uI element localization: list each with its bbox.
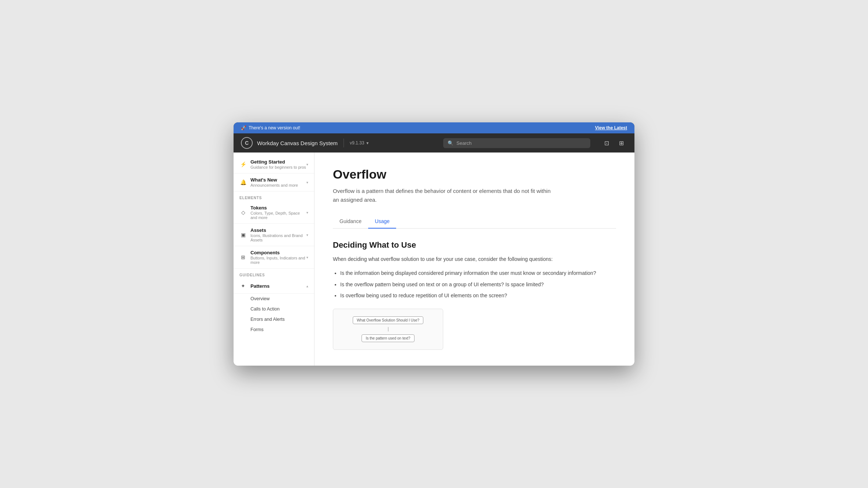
monitor-wrapper: 🚀 There's a new version out! View the La… xyxy=(234,122,634,366)
top-nav: C Workday Canvas Design System v9.1.33 ▼… xyxy=(234,133,634,152)
chevron-down-icon: ▾ xyxy=(306,162,308,166)
whats-new-subtitle: Announcements and more xyxy=(250,183,306,187)
tokens-text: Tokens Colors, Type, Depth, Space and mo… xyxy=(250,205,306,220)
logo-area: C Workday Canvas Design System xyxy=(241,137,338,149)
whats-new-icon: 🔔 xyxy=(239,179,247,186)
chevron-up-icon: ▴ xyxy=(306,284,308,288)
sidebar-item-patterns[interactable]: ✦ Patterns ▴ xyxy=(234,279,314,294)
getting-started-subtitle: Guidance for beginners to pros xyxy=(250,165,306,169)
chevron-down-icon: ▾ xyxy=(306,180,308,184)
patterns-icon: ✦ xyxy=(239,282,247,290)
sidebar-item-tokens[interactable]: ◇ Tokens Colors, Type, Depth, Space and … xyxy=(234,201,314,224)
components-title: Components xyxy=(250,250,306,255)
bullet-list: Is the information being displayed consi… xyxy=(333,269,616,299)
chevron-down-icon: ▾ xyxy=(306,255,308,259)
assets-icon: ▣ xyxy=(239,231,247,238)
diagram-connector-line xyxy=(388,327,388,331)
diagram-box-1: What Overflow Solution Should I Use? xyxy=(353,316,423,324)
patterns-text: Patterns xyxy=(250,283,306,289)
sidebar-item-components[interactable]: ⊞ Components Buttons, Inputs, Indicators… xyxy=(234,246,314,269)
search-placeholder-text: Search xyxy=(456,140,472,146)
sidebar: ⚡ Getting Started Guidance for beginners… xyxy=(234,152,314,366)
assets-title: Assets xyxy=(250,227,306,233)
announcement-icon: 🚀 xyxy=(241,125,246,130)
sidebar-sub-item-forms[interactable]: Forms xyxy=(234,324,314,335)
assets-text: Assets Icons, Illustrations and Brand As… xyxy=(250,227,306,242)
announcement-bar: 🚀 There's a new version out! View the La… xyxy=(234,122,634,133)
view-latest-link[interactable]: View the Latest xyxy=(595,125,627,130)
section-title: Deciding What to Use xyxy=(333,240,616,250)
tokens-icon: ◇ xyxy=(239,209,247,216)
tab-guidance[interactable]: Guidance xyxy=(333,215,368,229)
sidebar-sub-item-calls-to-action[interactable]: Calls to Action xyxy=(234,304,314,314)
bullet-item-2: Is the overflow pattern being used on te… xyxy=(340,280,616,288)
patterns-title: Patterns xyxy=(250,283,306,289)
page-description: Overflow is a pattern that defines the b… xyxy=(333,187,554,204)
whats-new-text: What's New Announcements and more xyxy=(250,177,306,187)
assets-subtitle: Icons, Illustrations and Brand Assets xyxy=(250,233,306,242)
components-icon: ⊞ xyxy=(239,254,247,261)
guidelines-label: GUIDELINES xyxy=(234,269,314,279)
components-text: Components Buttons, Inputs, Indicators a… xyxy=(250,250,306,265)
announcement-text: There's a new version out! xyxy=(249,125,300,130)
chevron-down-icon: ▾ xyxy=(306,211,308,215)
main-layout: ⚡ Getting Started Guidance for beginners… xyxy=(234,152,634,366)
announcement-left: 🚀 There's a new version out! xyxy=(241,125,300,130)
sidebar-item-whats-new[interactable]: 🔔 What's New Announcements and more ▾ xyxy=(234,173,314,191)
getting-started-text: Getting Started Guidance for beginners t… xyxy=(250,159,306,169)
bullet-item-3: Is overflow being used to reduce repetit… xyxy=(340,291,616,299)
search-bar[interactable]: 🔍 Search xyxy=(443,138,590,148)
elements-label: ELEMENTS xyxy=(234,191,314,201)
nav-divider xyxy=(344,139,344,147)
sidebar-item-getting-started[interactable]: ⚡ Getting Started Guidance for beginners… xyxy=(234,155,314,173)
getting-started-title: Getting Started xyxy=(250,159,306,165)
tokens-title: Tokens xyxy=(250,205,306,211)
bullet-item-1: Is the information being displayed consi… xyxy=(340,269,616,277)
whats-new-title: What's New xyxy=(250,177,306,183)
getting-started-icon: ⚡ xyxy=(239,161,247,168)
chevron-down-icon: ▾ xyxy=(306,233,308,237)
sidebar-item-assets[interactable]: ▣ Assets Icons, Illustrations and Brand … xyxy=(234,224,314,246)
sidebar-sub-item-overview[interactable]: Overview xyxy=(234,294,314,304)
search-icon: 🔍 xyxy=(448,140,453,146)
grid-icon-button[interactable]: ⊞ xyxy=(615,137,627,149)
tab-usage[interactable]: Usage xyxy=(368,215,396,229)
sidebar-sub-item-errors-and-alerts[interactable]: Errors and Alerts xyxy=(234,314,314,324)
tokens-subtitle: Colors, Type, Depth, Space and more xyxy=(250,211,306,220)
layout-icon-button[interactable]: ⊡ xyxy=(601,137,612,149)
page-title: Overflow xyxy=(333,167,616,182)
nav-icons: ⊡ ⊞ xyxy=(601,137,627,149)
components-subtitle: Buttons, Inputs, Indicators and more xyxy=(250,256,306,265)
version-label: v9.1.33 xyxy=(350,140,364,146)
content-tabs: Guidance Usage xyxy=(333,215,616,229)
diagram-box-2: Is the pattern used on text? xyxy=(362,334,414,342)
chevron-down-icon: ▼ xyxy=(366,141,369,145)
app-title: Workday Canvas Design System xyxy=(257,140,338,146)
version-selector[interactable]: v9.1.33 ▼ xyxy=(350,140,369,146)
section-desc: When deciding what overflow solution to … xyxy=(333,255,616,263)
logo-icon: C xyxy=(241,137,253,149)
content-area: Overflow Overflow is a pattern that defi… xyxy=(314,152,634,366)
diagram-preview: What Overflow Solution Should I Use? Is … xyxy=(333,309,443,350)
